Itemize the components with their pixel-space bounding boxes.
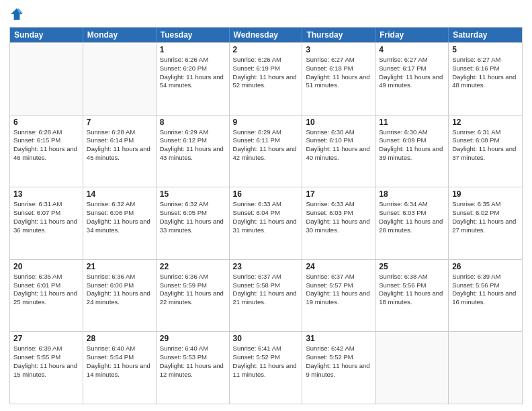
- calendar-cell: 11Sunrise: 6:30 AM Sunset: 6:09 PM Dayli…: [375, 116, 449, 187]
- day-info: Sunrise: 6:42 AM Sunset: 5:52 PM Dayligh…: [306, 345, 371, 379]
- day-number: 7: [87, 118, 152, 127]
- day-info: Sunrise: 6:32 AM Sunset: 6:06 PM Dayligh…: [87, 200, 152, 234]
- day-info: Sunrise: 6:28 AM Sunset: 6:15 PM Dayligh…: [13, 128, 79, 163]
- calendar-cell: 20Sunrise: 6:35 AM Sunset: 6:01 PM Dayli…: [10, 260, 83, 332]
- day-info: Sunrise: 6:26 AM Sunset: 6:20 PM Dayligh…: [160, 56, 226, 90]
- day-number: 16: [233, 189, 299, 199]
- calendar-cell: 30Sunrise: 6:41 AM Sunset: 5:52 PM Dayli…: [230, 332, 303, 404]
- day-number: 17: [306, 189, 371, 199]
- logo: [9, 7, 26, 21]
- day-number: 30: [233, 334, 299, 343]
- calendar-cell: 10Sunrise: 6:30 AM Sunset: 6:10 PM Dayli…: [302, 116, 375, 187]
- day-info: Sunrise: 6:33 AM Sunset: 6:04 PM Dayligh…: [233, 200, 299, 234]
- calendar-cell: 9Sunrise: 6:29 AM Sunset: 6:11 PM Daylig…: [230, 116, 303, 187]
- day-number: 8: [160, 118, 226, 127]
- day-number: 25: [379, 262, 445, 271]
- calendar-cell: 25Sunrise: 6:38 AM Sunset: 5:56 PM Dayli…: [375, 260, 449, 332]
- calendar-cell: 24Sunrise: 6:37 AM Sunset: 5:57 PM Dayli…: [302, 260, 375, 332]
- day-number: 31: [306, 334, 371, 343]
- calendar-cell: 13Sunrise: 6:31 AM Sunset: 6:07 PM Dayli…: [10, 187, 83, 259]
- day-number: 13: [13, 189, 79, 199]
- day-info: Sunrise: 6:35 AM Sunset: 6:02 PM Dayligh…: [452, 200, 519, 234]
- calendar-cell: 2Sunrise: 6:26 AM Sunset: 6:19 PM Daylig…: [230, 43, 303, 115]
- weekday-header-sunday: Sunday: [10, 28, 83, 42]
- day-info: Sunrise: 6:40 AM Sunset: 5:54 PM Dayligh…: [87, 345, 152, 379]
- day-info: Sunrise: 6:41 AM Sunset: 5:52 PM Dayligh…: [233, 345, 299, 379]
- day-number: 2: [233, 45, 299, 54]
- calendar-body: 1Sunrise: 6:26 AM Sunset: 6:20 PM Daylig…: [10, 42, 522, 404]
- day-info: Sunrise: 6:29 AM Sunset: 6:12 PM Dayligh…: [160, 128, 226, 163]
- calendar-cell: 26Sunrise: 6:39 AM Sunset: 5:56 PM Dayli…: [449, 260, 522, 332]
- weekday-header-thursday: Thursday: [302, 28, 375, 42]
- day-info: Sunrise: 6:30 AM Sunset: 6:10 PM Dayligh…: [306, 128, 371, 163]
- calendar-cell: 3Sunrise: 6:27 AM Sunset: 6:18 PM Daylig…: [302, 43, 375, 115]
- day-number: 6: [13, 118, 79, 127]
- day-info: Sunrise: 6:26 AM Sunset: 6:19 PM Dayligh…: [233, 56, 299, 90]
- weekday-header-friday: Friday: [375, 28, 449, 42]
- weekday-header-wednesday: Wednesday: [230, 28, 303, 42]
- weekday-header-saturday: Saturday: [449, 28, 522, 42]
- day-info: Sunrise: 6:30 AM Sunset: 6:09 PM Dayligh…: [379, 128, 445, 163]
- day-info: Sunrise: 6:31 AM Sunset: 6:07 PM Dayligh…: [13, 200, 79, 234]
- header: [9, 7, 523, 21]
- calendar-cell: 21Sunrise: 6:36 AM Sunset: 6:00 PM Dayli…: [83, 260, 157, 332]
- day-number: 20: [13, 262, 79, 271]
- day-number: 24: [306, 262, 371, 271]
- day-info: Sunrise: 6:29 AM Sunset: 6:11 PM Dayligh…: [233, 128, 299, 163]
- svg-marker-0: [11, 8, 23, 20]
- calendar-cell: 19Sunrise: 6:35 AM Sunset: 6:02 PM Dayli…: [449, 187, 522, 259]
- calendar-cell: 14Sunrise: 6:32 AM Sunset: 6:06 PM Dayli…: [83, 187, 157, 259]
- day-info: Sunrise: 6:27 AM Sunset: 6:17 PM Dayligh…: [379, 56, 445, 90]
- day-number: 15: [160, 189, 226, 199]
- day-info: Sunrise: 6:33 AM Sunset: 6:03 PM Dayligh…: [306, 200, 371, 234]
- calendar-cell: 7Sunrise: 6:28 AM Sunset: 6:14 PM Daylig…: [83, 116, 157, 187]
- calendar-row-5: 27Sunrise: 6:39 AM Sunset: 5:55 PM Dayli…: [10, 331, 522, 404]
- calendar-cell: [449, 332, 522, 404]
- day-info: Sunrise: 6:38 AM Sunset: 5:56 PM Dayligh…: [379, 273, 445, 307]
- day-number: 23: [233, 262, 299, 271]
- calendar-cell: 8Sunrise: 6:29 AM Sunset: 6:12 PM Daylig…: [157, 116, 230, 187]
- day-number: 10: [306, 118, 371, 127]
- calendar-cell: 18Sunrise: 6:34 AM Sunset: 6:03 PM Dayli…: [375, 187, 449, 259]
- day-number: 9: [233, 118, 299, 127]
- calendar-row-4: 20Sunrise: 6:35 AM Sunset: 6:01 PM Dayli…: [10, 259, 522, 332]
- day-info: Sunrise: 6:36 AM Sunset: 6:00 PM Dayligh…: [87, 273, 152, 307]
- calendar-cell: 23Sunrise: 6:37 AM Sunset: 5:58 PM Dayli…: [230, 260, 303, 332]
- day-info: Sunrise: 6:27 AM Sunset: 6:18 PM Dayligh…: [306, 56, 371, 90]
- day-number: 27: [13, 334, 79, 343]
- day-number: 12: [452, 118, 519, 127]
- day-info: Sunrise: 6:39 AM Sunset: 5:56 PM Dayligh…: [452, 273, 519, 307]
- day-number: 3: [306, 45, 371, 54]
- calendar-cell: 27Sunrise: 6:39 AM Sunset: 5:55 PM Dayli…: [10, 332, 83, 404]
- day-number: 14: [87, 189, 152, 199]
- calendar-row-2: 6Sunrise: 6:28 AM Sunset: 6:15 PM Daylig…: [10, 115, 522, 187]
- day-number: 1: [160, 45, 226, 54]
- day-info: Sunrise: 6:34 AM Sunset: 6:03 PM Dayligh…: [379, 200, 445, 234]
- day-number: 18: [379, 189, 445, 199]
- calendar-cell: 22Sunrise: 6:36 AM Sunset: 5:59 PM Dayli…: [157, 260, 230, 332]
- calendar-cell: 1Sunrise: 6:26 AM Sunset: 6:20 PM Daylig…: [157, 43, 230, 115]
- day-info: Sunrise: 6:35 AM Sunset: 6:01 PM Dayligh…: [13, 273, 79, 307]
- day-number: 28: [87, 334, 152, 343]
- calendar-cell: 4Sunrise: 6:27 AM Sunset: 6:17 PM Daylig…: [375, 43, 449, 115]
- day-info: Sunrise: 6:27 AM Sunset: 6:16 PM Dayligh…: [452, 56, 519, 90]
- calendar: SundayMondayTuesdayWednesdayThursdayFrid…: [9, 27, 523, 404]
- day-number: 5: [452, 45, 519, 54]
- calendar-cell: 29Sunrise: 6:40 AM Sunset: 5:53 PM Dayli…: [157, 332, 230, 404]
- calendar-cell: [375, 332, 449, 404]
- day-info: Sunrise: 6:28 AM Sunset: 6:14 PM Dayligh…: [87, 128, 152, 163]
- day-number: 4: [379, 45, 445, 54]
- calendar-cell: 17Sunrise: 6:33 AM Sunset: 6:03 PM Dayli…: [302, 187, 375, 259]
- calendar-row-1: 1Sunrise: 6:26 AM Sunset: 6:20 PM Daylig…: [10, 42, 522, 115]
- calendar-header: SundayMondayTuesdayWednesdayThursdayFrid…: [10, 28, 522, 42]
- day-info: Sunrise: 6:36 AM Sunset: 5:59 PM Dayligh…: [160, 273, 226, 307]
- day-number: 19: [452, 189, 519, 199]
- day-info: Sunrise: 6:37 AM Sunset: 5:57 PM Dayligh…: [306, 273, 371, 307]
- day-info: Sunrise: 6:32 AM Sunset: 6:05 PM Dayligh…: [160, 200, 226, 234]
- weekday-header-monday: Monday: [83, 28, 157, 42]
- day-number: 29: [160, 334, 226, 343]
- logo-icon: [9, 7, 24, 21]
- calendar-row-3: 13Sunrise: 6:31 AM Sunset: 6:07 PM Dayli…: [10, 187, 522, 259]
- day-number: 26: [452, 262, 519, 271]
- day-info: Sunrise: 6:31 AM Sunset: 6:08 PM Dayligh…: [452, 128, 519, 163]
